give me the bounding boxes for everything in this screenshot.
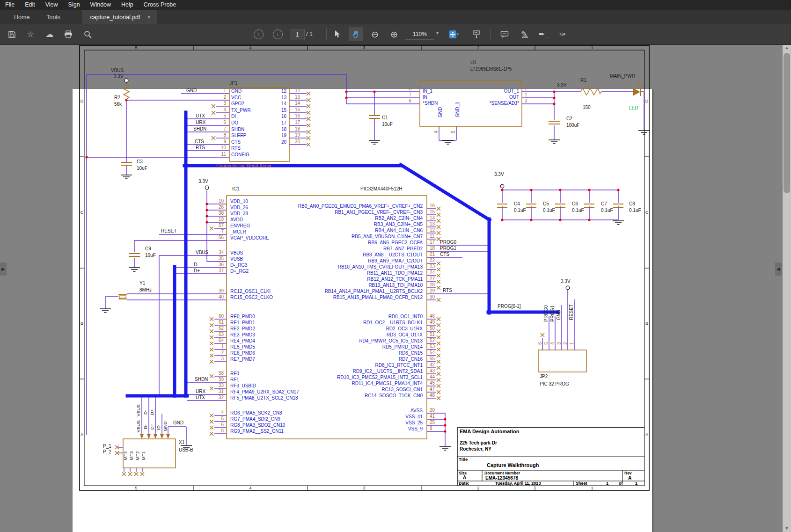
fit-page-caret[interactable]: ▾ [455,27,461,41]
scrollbar-thumb[interactable] [784,53,790,193]
titleblock-rev-label: Rev [624,471,632,475]
titleblock-date-label: Date: [459,481,469,486]
select-tool-button[interactable] [330,27,344,41]
titleblock-sheet-total: 1 [635,481,637,486]
titleblock-docnum: EMA-12345678 [485,476,518,481]
main-toolbar: ☆ ☁↑ ↑ ↓ 1 / 1 ⊖ ⊕ 110% ▾ ▾ ✎ ✒﹏ ✑ [0,24,791,45]
right-pane-toggle[interactable]: ◀ [775,262,782,276]
vertical-scrollbar[interactable]: ▲ ▼ [783,44,791,532]
print-button[interactable] [61,27,75,41]
document-title: capture_tutorial.pdf [90,14,140,21]
tab-tools[interactable]: Tools [38,10,68,24]
menu-file[interactable]: File [0,0,20,10]
titleblock-address2: Rochester, NY [460,447,491,452]
scroll-mode-icon [472,30,481,38]
titleblock-rev: A [628,476,631,481]
star-favorites-button[interactable]: ☆ [23,27,37,41]
next-page-button[interactable]: ↓ [271,27,285,41]
acrobat-window: { "chrome": { "menu": ["File","Edit","Vi… [0,0,791,532]
fountain-pen-icon: ✒﹏ [538,30,549,38]
comment-icon [500,30,509,38]
document-canvas[interactable] [0,44,791,532]
titleblock-sheet-num: 1 [606,481,608,486]
zoom-out-button[interactable]: ⊖ [368,27,382,41]
close-icon[interactable]: × [146,14,152,21]
zoom-caret-icon[interactable]: ▾ [436,30,439,36]
titleblock-of-label: of [619,481,623,486]
menu-view[interactable]: View [40,0,63,10]
scroll-up-icon[interactable]: ▲ [783,44,791,51]
titleblock-date: Tuesday, April 11, 2023 [495,481,541,486]
save-button[interactable] [5,27,19,41]
scroll-down-icon[interactable]: ▼ [783,525,791,532]
fill-sign-icon: ✑ [559,30,566,38]
scroll-mode-button[interactable] [469,27,483,41]
titleblock-title: Capture Walkthrough [487,463,539,468]
previous-page-button[interactable]: ↑ [251,27,265,41]
menu-window[interactable]: Window [85,0,116,10]
toolbar-separator [490,29,491,40]
tab-home[interactable]: Home [6,10,38,24]
toolbar-separator [326,29,327,40]
page-number-input[interactable]: 1 [290,29,305,40]
menu-edit[interactable]: Edit [20,0,40,10]
titleblock-docnum-label: Document Number [484,471,520,475]
titleblock-size: A [463,475,466,480]
zoom-in-button[interactable]: ⊕ [387,27,401,41]
menu-sign[interactable]: Sign [63,0,85,10]
cloud-upload-icon: ☁↑ [46,30,54,38]
zoom-out-icon: ⊖ [371,30,379,39]
titleblock-sheet-label: Sheet [576,481,587,486]
zoom-in-icon: ⊕ [390,30,398,39]
find-button[interactable] [81,27,95,41]
pdf-page[interactable] [73,89,652,532]
highlighter-icon: ✎ [521,30,527,38]
hand-tool-button[interactable] [349,27,363,41]
zoom-level-select[interactable]: 110% [405,29,434,40]
titleblock-title-label: Title [459,457,468,462]
titleblock-address1: 225 Tech park Dr [460,441,497,445]
menu-cross-probe[interactable]: Cross Probe [139,0,181,10]
highlight-button[interactable]: ✎ [517,27,531,41]
page-down-icon: ↓ [273,29,283,39]
titleblock-company: EMA Design Automation [460,429,520,434]
tab-document[interactable]: capture_tutorial.pdf × [82,10,157,24]
menu-help[interactable]: Help [116,0,139,10]
cloud-upload-button[interactable]: ☁↑ [43,27,57,41]
page-up-icon: ↑ [254,29,264,39]
pointer-icon [333,30,341,38]
tab-bar: Home Tools capture_tutorial.pdf × [0,10,791,24]
star-icon: ☆ [27,30,34,38]
sign-button[interactable]: ✒﹏ [536,27,550,41]
hand-icon [352,30,360,38]
page-count: / 1 [306,29,313,39]
left-pane-toggle[interactable]: ▶ [0,262,7,276]
comment-button[interactable] [498,27,512,41]
menu-bar: FileEditViewSignWindowHelpCross Probe [0,0,791,10]
fill-sign-button[interactable]: ✑ [556,27,570,41]
